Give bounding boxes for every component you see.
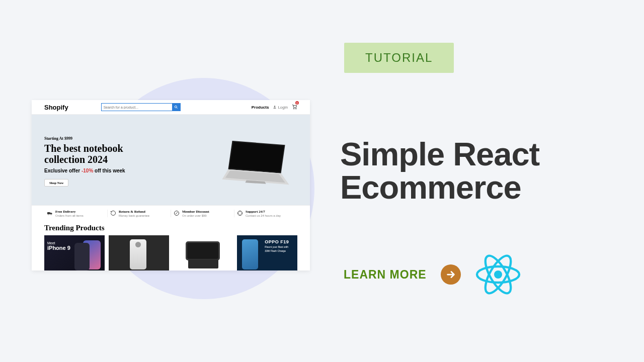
login-label: Login bbox=[278, 105, 288, 110]
tutorial-badge: TUTORIAL bbox=[344, 43, 454, 73]
nav-cart[interactable]: 0 bbox=[292, 103, 297, 112]
preview-navbar: Shopify Products Login 0 bbox=[32, 100, 310, 115]
arrow-right-icon bbox=[445, 269, 456, 280]
feat-title: Return & Refund bbox=[119, 210, 149, 214]
feat-desc: Orders from all items bbox=[55, 214, 84, 217]
svg-point-2 bbox=[274, 106, 276, 107]
product-label: Meet iPhone 9 bbox=[47, 241, 70, 251]
feat-desc: On order over $99 bbox=[182, 214, 209, 217]
trending-title: Trending Products bbox=[44, 224, 297, 232]
feature-refund: Return & RefundMoney back guarantee bbox=[108, 210, 171, 217]
search-input[interactable] bbox=[102, 105, 172, 110]
svg-point-3 bbox=[293, 108, 294, 109]
feat-title: Member Discount bbox=[182, 210, 209, 214]
hero-subtitle: Exclusive offer -10% off this week bbox=[44, 168, 125, 173]
product-card[interactable]: Meet iPhone 9 bbox=[44, 235, 105, 270]
search-icon bbox=[174, 105, 178, 109]
feature-discount: Member DiscountOn order over $99 bbox=[171, 210, 234, 217]
user-icon bbox=[273, 105, 277, 109]
nav-products[interactable]: Products bbox=[252, 105, 269, 110]
product-card[interactable]: OPPO F19 Flaunt your Best with 33W Flash… bbox=[237, 235, 297, 270]
feat-desc: Money back guarantee bbox=[119, 214, 149, 217]
trending-section: Trending Products Meet iPhone 9 bbox=[32, 221, 310, 270]
hero-title: The best notebookcollection 2024 bbox=[44, 143, 125, 165]
product-label: OPPO F19 Flaunt your Best with 33W Flash… bbox=[265, 239, 289, 252]
nav-login[interactable]: Login bbox=[273, 105, 288, 110]
svg-point-6 bbox=[48, 214, 49, 215]
discount-icon bbox=[174, 210, 180, 216]
svg-point-4 bbox=[296, 108, 296, 109]
feature-support: Support 24/7Contact us 24 hours a day bbox=[234, 210, 297, 217]
product-card[interactable] bbox=[173, 235, 233, 270]
learn-more-link[interactable]: LEARN MORE bbox=[344, 268, 427, 282]
feat-desc: Contact us 24 hours a day bbox=[246, 214, 281, 217]
hero-section: Starting At $999 The best notebookcollec… bbox=[32, 115, 310, 205]
features-row: Free DeliveryOrders from all items Retur… bbox=[32, 205, 310, 221]
badge-label: TUTORIAL bbox=[365, 51, 433, 64]
svg-point-10 bbox=[494, 270, 502, 279]
feat-title: Free Delivery bbox=[55, 210, 84, 214]
cart-icon bbox=[292, 104, 297, 110]
hero-text: Starting At $999 The best notebookcollec… bbox=[44, 136, 125, 187]
truck-icon bbox=[47, 210, 53, 216]
product-card[interactable] bbox=[109, 235, 169, 270]
feat-title: Support 24/7 bbox=[246, 210, 281, 214]
cart-badge: 0 bbox=[295, 101, 299, 105]
products-row: Meet iPhone 9 OPPO F19 Flaunt your Bes bbox=[44, 235, 297, 270]
feature-delivery: Free DeliveryOrders from all items bbox=[44, 210, 108, 217]
hero-pre: Starting At $999 bbox=[44, 136, 125, 141]
svg-point-7 bbox=[51, 214, 52, 215]
search-wrap bbox=[101, 103, 181, 111]
laptop-icon bbox=[212, 135, 297, 188]
react-icon bbox=[475, 251, 521, 298]
cta-row: LEARN MORE bbox=[344, 251, 521, 298]
support-icon bbox=[237, 210, 243, 216]
svg-line-1 bbox=[177, 108, 178, 109]
refund-icon bbox=[110, 210, 116, 216]
website-preview: Shopify Products Login 0 Starting At $99… bbox=[32, 100, 310, 270]
shop-now-button[interactable]: Shop Now bbox=[44, 179, 68, 187]
hero-image bbox=[212, 135, 297, 188]
brand-logo: Shopify bbox=[44, 104, 68, 111]
nav-right: Products Login 0 bbox=[252, 103, 297, 112]
page-title: Simple ReactEcommerce bbox=[340, 138, 539, 205]
svg-point-0 bbox=[175, 106, 177, 108]
arrow-button[interactable] bbox=[441, 264, 461, 285]
search-button[interactable] bbox=[172, 104, 180, 111]
